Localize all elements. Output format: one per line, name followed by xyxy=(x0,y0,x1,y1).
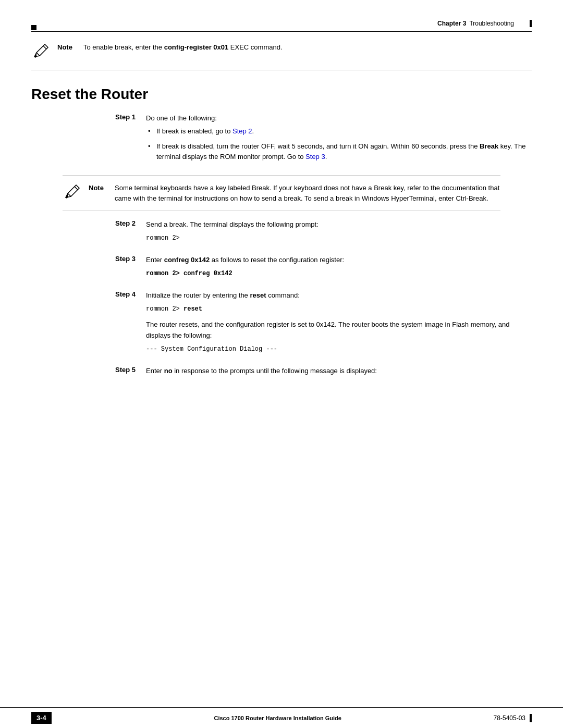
step2-link[interactable]: Step 2 xyxy=(232,127,252,135)
step-4-extra-text: The router resets, and the configuration… xyxy=(146,319,532,341)
footer-doc-title: Cisco 1700 Router Hardware Installation … xyxy=(62,715,494,721)
note-2-section: Note Some terminal keyboards have a key … xyxy=(63,175,500,211)
step-1-content: Do one of the following: If break is ena… xyxy=(146,113,532,167)
step-1-list: If break is enabled, go to Step 2. If br… xyxy=(146,126,532,163)
reset-bold: reset xyxy=(250,291,266,299)
step-1-row: Step 1 Do one of the following: If break… xyxy=(31,113,532,167)
steps-container: Step 1 Do one of the following: If break… xyxy=(31,113,532,377)
step-4-label: Step 4 xyxy=(31,290,146,298)
header-rule xyxy=(31,31,532,32)
note-label-2: Note xyxy=(89,183,115,192)
step-3-code: rommon 2> confreg 0x142 xyxy=(146,269,532,279)
step-3-row: Step 3 Enter confreg 0x142 as follows to… xyxy=(31,255,532,282)
step-4-text: Initialize the router by entering the re… xyxy=(146,291,300,299)
step-3-label: Step 3 xyxy=(31,255,146,263)
pencil-icon xyxy=(31,42,50,61)
step-4-row: Step 4 Initialize the router by entering… xyxy=(31,290,532,357)
step-1-bullet-1: If break is enabled, go to Step 2. xyxy=(146,126,532,137)
step-2-content: Send a break. The terminal displays the … xyxy=(146,219,532,246)
footer-page-num: 3-4 xyxy=(31,712,52,724)
page-footer: 3-4 Cisco 1700 Router Hardware Installat… xyxy=(0,707,563,728)
note-label-1: Note xyxy=(57,42,83,51)
step-5-label: Step 5 xyxy=(31,366,146,374)
left-marker xyxy=(31,25,36,30)
footer-doc-num: 78-5405-03 xyxy=(494,714,532,722)
step-2-label: Step 2 xyxy=(31,219,146,227)
step-4-content: Initialize the router by entering the re… xyxy=(146,290,532,357)
page-header xyxy=(0,0,563,16)
note-1-content: To enable break, enter the config-regist… xyxy=(83,42,532,53)
header-bar xyxy=(530,20,532,27)
step-5-row: Step 5 Enter no in response to the promp… xyxy=(31,366,532,377)
step-2-code: rommon 2> xyxy=(146,233,532,243)
step-1-intro: Do one of the following: xyxy=(146,114,217,122)
note-1-code: config-register 0x01 xyxy=(164,43,229,51)
no-bold: no xyxy=(164,367,173,375)
header-title: Troubleshooting xyxy=(469,20,514,27)
step-2-row: Step 2 Send a break. The terminal displa… xyxy=(31,219,532,246)
note-icon-2 xyxy=(63,183,89,203)
step3-link[interactable]: Step 3 xyxy=(305,153,325,161)
header-chapter: Chapter 3 xyxy=(437,20,466,27)
step-3-content: Enter confreg 0x142 as follows to reset … xyxy=(146,255,532,282)
note-2-content: Some terminal keyboards have a key label… xyxy=(115,183,500,203)
step-4-extra-code: --- System Configuration Dialog --- xyxy=(146,344,532,354)
step-5-text: Enter no in response to the prompts unti… xyxy=(146,367,377,375)
pencil-icon-2 xyxy=(63,183,81,202)
note-1-section: Note To enable break, enter the config-r… xyxy=(31,42,532,70)
break-bold: Break xyxy=(480,142,498,150)
step-5-content: Enter no in response to the prompts unti… xyxy=(146,366,532,377)
footer-doc-num-text: 78-5405-03 xyxy=(494,714,525,722)
step-1-label: Step 1 xyxy=(31,113,146,121)
note-icon-1 xyxy=(31,42,57,63)
page-container: Chapter 3 Troubleshooting Note To enable… xyxy=(0,0,563,728)
section-title: Reset the Router xyxy=(31,86,532,103)
header-text: Chapter 3 Troubleshooting xyxy=(0,16,563,31)
step-4-code: rommon 2> reset xyxy=(146,304,532,314)
footer-bar xyxy=(530,714,532,722)
step-1-bullet-2: If break is disabled, turn the router OF… xyxy=(146,141,532,163)
step-3-text: Enter confreg 0x142 as follows to reset … xyxy=(146,256,344,264)
confreg-bold: confreg 0x142 xyxy=(164,256,210,264)
step-2-text: Send a break. The terminal displays the … xyxy=(146,220,319,228)
